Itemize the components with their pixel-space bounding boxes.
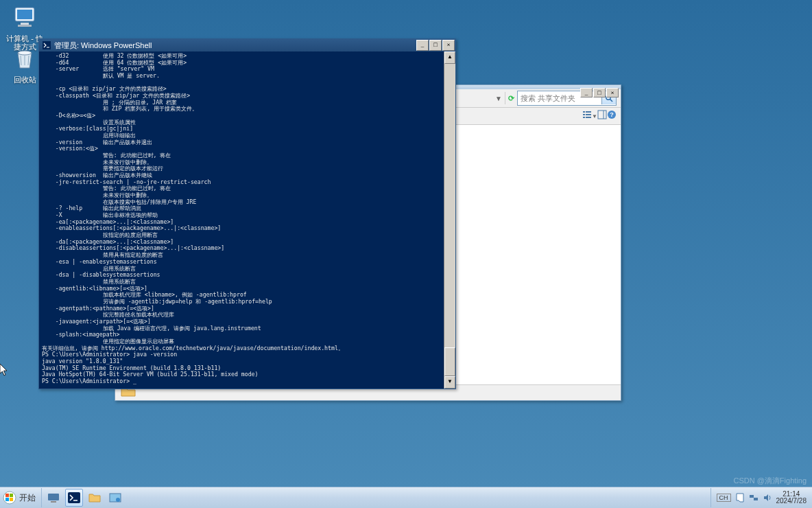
svg-rect-24	[51, 501, 56, 503]
svg-rect-25	[68, 492, 80, 503]
explorer-titlebar-buttons: _ □ ×	[580, 86, 619, 97]
mouse-cursor	[0, 364, 8, 376]
close-button[interactable]: ×	[442, 40, 455, 51]
powershell-output[interactable]: -d32 使用 32 位数据模型 <如果可用> -d64 使用 64 位数据模型…	[39, 51, 455, 389]
minimize-button[interactable]: _	[580, 88, 593, 97]
svg-rect-22	[10, 498, 13, 501]
action-center-icon[interactable]	[735, 493, 745, 503]
svg-point-4	[18, 51, 32, 55]
svg-line-6	[610, 100, 613, 102]
desktop: 计算机 - 快 捷方式 回收站 _ □ × ▼ ⟳ 搜索 共享文件夹	[0, 0, 812, 508]
svg-rect-17	[43, 41, 51, 49]
start-label: 开始	[19, 492, 36, 504]
svg-rect-10	[586, 114, 591, 115]
svg-rect-28	[750, 495, 754, 498]
svg-rect-12	[586, 117, 591, 118]
svg-rect-20	[10, 494, 13, 497]
view-list-icon[interactable]	[582, 110, 592, 122]
quick-launch	[42, 489, 127, 507]
svg-rect-1	[17, 10, 32, 19]
svg-rect-9	[583, 114, 585, 115]
taskbar-server-manager[interactable]	[45, 489, 62, 507]
close-button[interactable]: ×	[606, 88, 619, 97]
svg-text:?: ?	[610, 111, 614, 118]
svg-rect-11	[583, 117, 585, 118]
taskbar: 开始 CH 21:14 2024/7/28	[0, 487, 812, 508]
scroll-up-button[interactable]: ▲	[444, 51, 455, 64]
scroll-down-button[interactable]: ▼	[444, 376, 455, 389]
maximize-button[interactable]: □	[593, 88, 606, 97]
minimize-button[interactable]: _	[416, 40, 429, 51]
svg-rect-7	[583, 111, 585, 113]
taskbar-app-button[interactable]	[106, 489, 124, 507]
svg-rect-2	[21, 23, 29, 25]
system-tray: CH 21:14 2024/7/28	[710, 488, 813, 507]
language-indicator[interactable]: CH	[717, 494, 731, 502]
help-icon[interactable]: ?	[607, 110, 617, 122]
computer-icon	[10, 3, 39, 32]
volume-icon[interactable]	[763, 493, 772, 503]
taskbar-explorer-button[interactable]	[86, 489, 104, 507]
svg-rect-29	[754, 498, 758, 500]
svg-rect-19	[5, 494, 9, 497]
powershell-window[interactable]: 管理员: Windows PowerShell _ □ × -d32 使用 32…	[38, 38, 456, 389]
network-icon[interactable]	[749, 493, 759, 503]
taskbar-powershell-button[interactable]	[65, 489, 83, 507]
svg-point-27	[116, 498, 120, 502]
clock[interactable]: 21:14 2024/7/28	[776, 491, 807, 505]
recycle-bin-icon	[10, 44, 39, 73]
preview-pane-icon[interactable]	[597, 110, 607, 122]
powershell-icon	[42, 41, 51, 50]
svg-rect-23	[48, 494, 59, 500]
scrollbar[interactable]: ▲ ▼	[444, 51, 455, 389]
maximize-button[interactable]: □	[429, 40, 442, 51]
refresh-icon[interactable]: ⟳	[508, 94, 514, 103]
windows-logo-icon	[3, 491, 16, 505]
scroll-thumb[interactable]	[444, 347, 455, 376]
svg-rect-3	[18, 25, 32, 27]
svg-rect-8	[586, 111, 591, 113]
svg-rect-13	[598, 111, 606, 119]
watermark: CSDN @滴滴Fighting	[733, 476, 807, 486]
start-button[interactable]: 开始	[0, 488, 42, 507]
svg-rect-21	[5, 498, 9, 501]
powershell-titlebar[interactable]: 管理员: Windows PowerShell _ □ ×	[39, 39, 455, 51]
powershell-title: 管理员: Windows PowerShell	[54, 41, 152, 51]
